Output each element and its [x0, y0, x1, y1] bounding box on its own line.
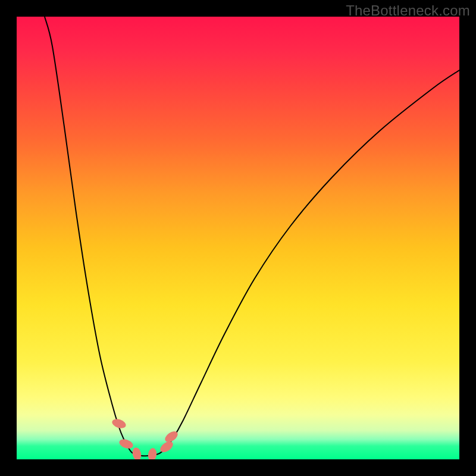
marker-floor-right [148, 447, 158, 459]
plot-area [17, 17, 459, 459]
marker-floor-left [131, 447, 142, 459]
curve-markers [111, 418, 179, 459]
chart-frame: TheBottleneck.com [0, 0, 476, 476]
watermark-text: TheBottleneck.com [346, 2, 470, 19]
bottleneck-curve [45, 17, 459, 456]
marker-left-lower [118, 437, 134, 450]
curve-layer [17, 17, 459, 459]
